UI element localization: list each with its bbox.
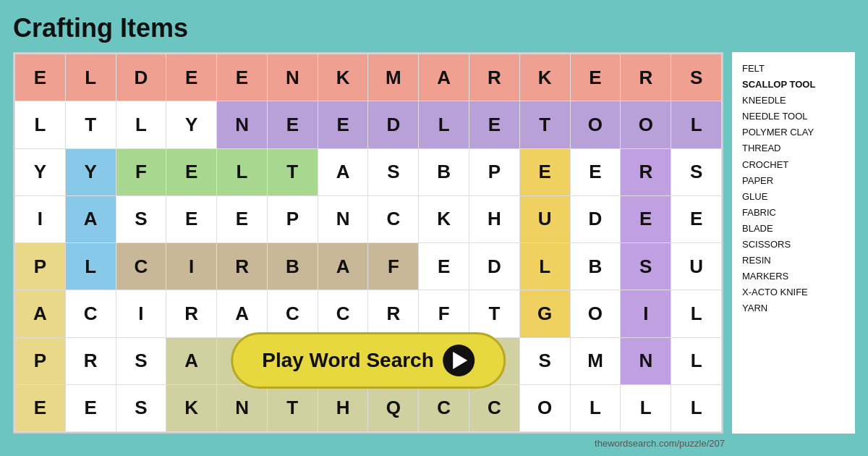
grid-cell: A bbox=[419, 54, 469, 101]
grid-cell: P bbox=[469, 148, 520, 195]
word-list-item: RESIN bbox=[742, 253, 845, 269]
grid-cell: N bbox=[267, 54, 318, 101]
grid-cell: C bbox=[267, 290, 318, 337]
grid-cell: T bbox=[65, 101, 116, 148]
word-list-item: KNEEDLE bbox=[742, 93, 845, 109]
grid-cell: F bbox=[116, 148, 166, 195]
grid-cell: Q bbox=[368, 384, 419, 431]
page-title: Crafting Items bbox=[13, 13, 855, 43]
grid-cell: H bbox=[469, 195, 520, 242]
grid-cell: E bbox=[570, 54, 621, 101]
grid-cell: T bbox=[267, 384, 318, 431]
grid-cell: R bbox=[621, 148, 671, 195]
grid-cell: B bbox=[267, 243, 318, 290]
grid-cell: R bbox=[469, 54, 520, 101]
grid-cell: E bbox=[166, 195, 217, 242]
word-list-item: NEEDLE TOOL bbox=[742, 109, 845, 124]
grid-cell: U bbox=[671, 243, 722, 290]
grid-cell: E bbox=[621, 195, 671, 242]
grid-cell: R bbox=[166, 290, 217, 337]
grid-cell: L bbox=[671, 384, 722, 431]
grid-cell: A bbox=[15, 290, 66, 337]
grid-cell: L bbox=[671, 337, 722, 384]
grid-cell: S bbox=[368, 148, 419, 195]
grid-cell: M bbox=[570, 337, 621, 384]
grid-cell: O bbox=[519, 384, 570, 431]
grid-cell: A bbox=[217, 290, 268, 337]
grid-cell: Y bbox=[166, 101, 217, 148]
grid-cell: P bbox=[15, 243, 66, 290]
grid-cell: T bbox=[267, 148, 318, 195]
grid-cell: F bbox=[368, 243, 419, 290]
grid-cell: D bbox=[116, 54, 166, 101]
grid-cell: E bbox=[469, 101, 520, 148]
grid-cell: S bbox=[621, 243, 671, 290]
grid-cell: E bbox=[318, 101, 368, 148]
grid-cell: E bbox=[15, 54, 66, 101]
grid-cell: C bbox=[419, 384, 469, 431]
grid-row-2: L T L Y N E E D L E T O O L bbox=[15, 101, 722, 148]
grid-cell: E bbox=[217, 54, 268, 101]
grid-cell: L bbox=[621, 384, 671, 431]
grid-cell: Y bbox=[15, 148, 66, 195]
grid-cell: K bbox=[419, 195, 469, 242]
grid-row-1: E L D E E N K M A R K E R S bbox=[15, 54, 722, 101]
grid-cell: L bbox=[671, 101, 722, 148]
grid-cell: B bbox=[570, 243, 621, 290]
grid-cell: B bbox=[419, 148, 469, 195]
grid-cell: N bbox=[318, 195, 368, 242]
grid-cell: S bbox=[671, 54, 722, 101]
grid-cell: E bbox=[419, 243, 469, 290]
grid-cell: A bbox=[318, 243, 368, 290]
word-list-item: CROCHET bbox=[742, 157, 845, 173]
grid-cell: R bbox=[65, 337, 116, 384]
grid-cell: T bbox=[519, 101, 570, 148]
grid-cell: H bbox=[318, 384, 368, 431]
grid-row-6: A C I R A C C R F T G O I L bbox=[15, 290, 722, 337]
grid-cell: F bbox=[419, 290, 469, 337]
play-button[interactable]: Play Word Search bbox=[231, 332, 506, 389]
grid-cell: O bbox=[570, 101, 621, 148]
grid-cell: E bbox=[570, 148, 621, 195]
grid-cell: I bbox=[166, 243, 217, 290]
play-icon bbox=[443, 345, 475, 376]
grid-cell: A bbox=[166, 337, 217, 384]
word-list-item: GLUE bbox=[742, 189, 845, 205]
grid-cell: L bbox=[519, 243, 570, 290]
grid-cell: D bbox=[368, 101, 419, 148]
grid-cell: G bbox=[519, 290, 570, 337]
grid-cell: L bbox=[671, 290, 722, 337]
grid-row-4: I A S E E P N C K H U D E E bbox=[15, 195, 722, 242]
grid-cell: N bbox=[621, 337, 671, 384]
grid-cell: E bbox=[519, 148, 570, 195]
word-list-item: SCISSORS bbox=[742, 237, 845, 253]
grid-cell: S bbox=[116, 337, 166, 384]
grid-cell: A bbox=[318, 148, 368, 195]
grid-cell: E bbox=[15, 384, 66, 431]
grid-row-5: P L C I R B A F E D L B S U bbox=[15, 243, 722, 290]
grid-cell: Y bbox=[65, 148, 116, 195]
word-list-item: THREAD bbox=[742, 140, 845, 156]
grid-cell: M bbox=[368, 54, 419, 101]
grid-cell: S bbox=[519, 337, 570, 384]
word-list-item: POLYMER CLAY bbox=[742, 124, 845, 140]
main-container: Crafting Items E L D E E N K M A R bbox=[0, 0, 868, 456]
grid-cell: L bbox=[65, 54, 116, 101]
grid-row-3: Y Y F E L T A S B P E E R S bbox=[15, 148, 722, 195]
grid-cell: L bbox=[419, 101, 469, 148]
grid-cell: S bbox=[671, 148, 722, 195]
grid-cell: E bbox=[166, 54, 217, 101]
grid-cell: L bbox=[65, 243, 116, 290]
grid-cell: C bbox=[318, 290, 368, 337]
grid-cell: I bbox=[621, 290, 671, 337]
grid-cell: A bbox=[65, 195, 116, 242]
word-list-item: FABRIC bbox=[742, 205, 845, 221]
grid-cell: O bbox=[621, 101, 671, 148]
word-list-item: PAPER bbox=[742, 173, 845, 189]
grid-cell: E bbox=[217, 195, 268, 242]
word-list-item: YARN bbox=[742, 300, 845, 316]
grid-cell: C bbox=[65, 290, 116, 337]
grid-cell: C bbox=[368, 195, 419, 242]
grid-cell: R bbox=[217, 243, 268, 290]
grid-cell: D bbox=[469, 243, 520, 290]
